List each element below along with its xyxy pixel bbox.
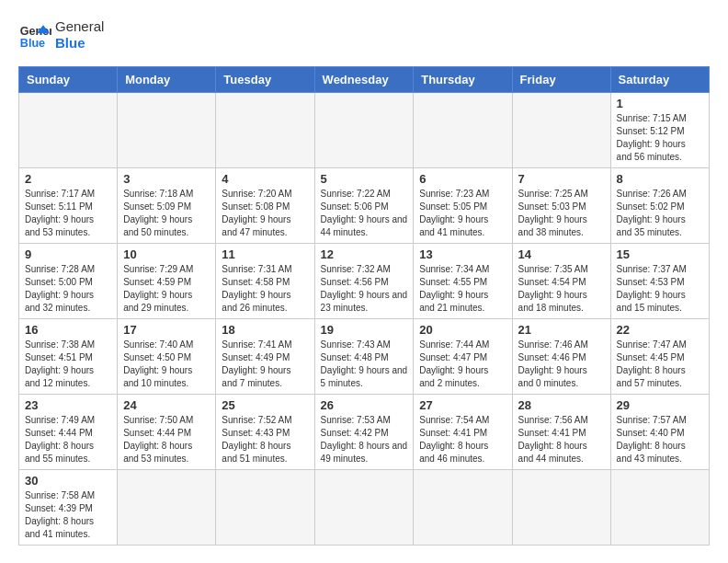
calendar-cell bbox=[216, 93, 314, 168]
calendar-week-row: 2Sunrise: 7:17 AM Sunset: 5:11 PM Daylig… bbox=[19, 168, 710, 244]
calendar-cell: 1Sunrise: 7:15 AM Sunset: 5:12 PM Daylig… bbox=[610, 93, 709, 168]
day-info: Sunrise: 7:57 AM Sunset: 4:40 PM Dayligh… bbox=[617, 414, 703, 465]
day-number: 24 bbox=[123, 398, 210, 412]
calendar-cell: 13Sunrise: 7:34 AM Sunset: 4:55 PM Dayli… bbox=[414, 244, 512, 319]
day-number: 4 bbox=[222, 172, 308, 186]
day-number: 11 bbox=[222, 247, 308, 261]
weekday-header-sunday: Sunday bbox=[19, 67, 118, 93]
calendar-cell: 24Sunrise: 7:50 AM Sunset: 4:44 PM Dayli… bbox=[118, 395, 216, 470]
day-info: Sunrise: 7:15 AM Sunset: 5:12 PM Dayligh… bbox=[617, 112, 703, 164]
svg-text:Blue: Blue bbox=[20, 37, 45, 50]
day-number: 19 bbox=[321, 323, 408, 337]
day-number: 20 bbox=[419, 323, 506, 337]
day-number: 5 bbox=[321, 172, 408, 186]
day-info: Sunrise: 7:20 AM Sunset: 5:08 PM Dayligh… bbox=[222, 188, 308, 239]
day-number: 30 bbox=[25, 474, 111, 488]
day-number: 15 bbox=[617, 247, 703, 261]
calendar-cell: 26Sunrise: 7:53 AM Sunset: 4:42 PM Dayli… bbox=[314, 395, 414, 470]
calendar-cell: 22Sunrise: 7:47 AM Sunset: 4:45 PM Dayli… bbox=[610, 319, 709, 395]
weekday-header-thursday: Thursday bbox=[414, 67, 512, 93]
calendar-cell: 25Sunrise: 7:52 AM Sunset: 4:43 PM Dayli… bbox=[216, 395, 314, 470]
calendar-cell: 17Sunrise: 7:40 AM Sunset: 4:50 PM Dayli… bbox=[118, 319, 216, 395]
calendar-cell: 21Sunrise: 7:46 AM Sunset: 4:46 PM Dayli… bbox=[512, 319, 610, 395]
calendar-cell bbox=[19, 93, 118, 168]
calendar-cell bbox=[414, 93, 512, 168]
weekday-header-tuesday: Tuesday bbox=[216, 67, 314, 93]
calendar-cell bbox=[314, 93, 414, 168]
calendar-cell bbox=[314, 470, 414, 546]
calendar-cell: 9Sunrise: 7:28 AM Sunset: 5:00 PM Daylig… bbox=[19, 244, 118, 319]
calendar-cell: 7Sunrise: 7:25 AM Sunset: 5:03 PM Daylig… bbox=[512, 168, 610, 244]
day-number: 17 bbox=[123, 323, 210, 337]
calendar-week-row: 1Sunrise: 7:15 AM Sunset: 5:12 PM Daylig… bbox=[19, 93, 710, 168]
day-number: 6 bbox=[419, 172, 506, 186]
day-info: Sunrise: 7:43 AM Sunset: 4:48 PM Dayligh… bbox=[321, 339, 408, 390]
calendar-cell: 18Sunrise: 7:41 AM Sunset: 4:49 PM Dayli… bbox=[216, 319, 314, 395]
calendar-cell bbox=[610, 470, 709, 546]
calendar-week-row: 9Sunrise: 7:28 AM Sunset: 5:00 PM Daylig… bbox=[19, 244, 710, 319]
day-number: 10 bbox=[123, 247, 210, 261]
day-info: Sunrise: 7:53 AM Sunset: 4:42 PM Dayligh… bbox=[321, 414, 408, 465]
weekday-header-wednesday: Wednesday bbox=[314, 67, 414, 93]
weekday-header-monday: Monday bbox=[118, 67, 216, 93]
day-info: Sunrise: 7:26 AM Sunset: 5:02 PM Dayligh… bbox=[617, 188, 703, 239]
calendar-week-row: 23Sunrise: 7:49 AM Sunset: 4:44 PM Dayli… bbox=[19, 395, 710, 470]
calendar-cell: 29Sunrise: 7:57 AM Sunset: 4:40 PM Dayli… bbox=[610, 395, 709, 470]
calendar-cell bbox=[414, 470, 512, 546]
day-info: Sunrise: 7:28 AM Sunset: 5:00 PM Dayligh… bbox=[25, 263, 111, 315]
calendar-cell bbox=[216, 470, 314, 546]
day-number: 23 bbox=[25, 398, 111, 412]
day-number: 22 bbox=[617, 323, 703, 337]
day-info: Sunrise: 7:25 AM Sunset: 5:03 PM Dayligh… bbox=[518, 188, 605, 239]
calendar-cell bbox=[512, 93, 610, 168]
logo-icon: General Blue bbox=[18, 18, 51, 52]
logo-blue: Blue bbox=[55, 35, 104, 52]
day-info: Sunrise: 7:52 AM Sunset: 4:43 PM Dayligh… bbox=[222, 414, 308, 465]
day-number: 27 bbox=[419, 398, 506, 412]
day-number: 21 bbox=[518, 323, 605, 337]
calendar-cell bbox=[512, 470, 610, 546]
calendar-week-row: 16Sunrise: 7:38 AM Sunset: 4:51 PM Dayli… bbox=[19, 319, 710, 395]
calendar-cell: 4Sunrise: 7:20 AM Sunset: 5:08 PM Daylig… bbox=[216, 168, 314, 244]
day-info: Sunrise: 7:40 AM Sunset: 4:50 PM Dayligh… bbox=[123, 339, 210, 390]
calendar-cell: 19Sunrise: 7:43 AM Sunset: 4:48 PM Dayli… bbox=[314, 319, 414, 395]
calendar-cell: 10Sunrise: 7:29 AM Sunset: 4:59 PM Dayli… bbox=[118, 244, 216, 319]
day-info: Sunrise: 7:34 AM Sunset: 4:55 PM Dayligh… bbox=[419, 263, 506, 315]
day-info: Sunrise: 7:32 AM Sunset: 4:56 PM Dayligh… bbox=[321, 263, 408, 315]
day-number: 16 bbox=[25, 323, 111, 337]
calendar-cell: 20Sunrise: 7:44 AM Sunset: 4:47 PM Dayli… bbox=[414, 319, 512, 395]
day-number: 18 bbox=[222, 323, 308, 337]
calendar-cell: 16Sunrise: 7:38 AM Sunset: 4:51 PM Dayli… bbox=[19, 319, 118, 395]
day-number: 2 bbox=[25, 172, 111, 186]
day-info: Sunrise: 7:38 AM Sunset: 4:51 PM Dayligh… bbox=[25, 339, 111, 390]
day-info: Sunrise: 7:18 AM Sunset: 5:09 PM Dayligh… bbox=[123, 188, 210, 239]
day-number: 29 bbox=[617, 398, 703, 412]
calendar-table: SundayMondayTuesdayWednesdayThursdayFrid… bbox=[18, 66, 710, 546]
calendar-cell: 8Sunrise: 7:26 AM Sunset: 5:02 PM Daylig… bbox=[610, 168, 709, 244]
day-number: 8 bbox=[617, 172, 703, 186]
day-number: 13 bbox=[419, 247, 506, 261]
calendar-cell: 27Sunrise: 7:54 AM Sunset: 4:41 PM Dayli… bbox=[414, 395, 512, 470]
calendar-cell: 23Sunrise: 7:49 AM Sunset: 4:44 PM Dayli… bbox=[19, 395, 118, 470]
day-info: Sunrise: 7:41 AM Sunset: 4:49 PM Dayligh… bbox=[222, 339, 308, 390]
day-info: Sunrise: 7:44 AM Sunset: 4:47 PM Dayligh… bbox=[419, 339, 506, 390]
logo-general: General bbox=[55, 18, 104, 35]
day-number: 9 bbox=[25, 247, 111, 261]
day-info: Sunrise: 7:31 AM Sunset: 4:58 PM Dayligh… bbox=[222, 263, 308, 315]
day-number: 28 bbox=[518, 398, 605, 412]
calendar-cell: 3Sunrise: 7:18 AM Sunset: 5:09 PM Daylig… bbox=[118, 168, 216, 244]
day-info: Sunrise: 7:37 AM Sunset: 4:53 PM Dayligh… bbox=[617, 263, 703, 315]
day-number: 7 bbox=[518, 172, 605, 186]
weekday-header-saturday: Saturday bbox=[610, 67, 709, 93]
day-info: Sunrise: 7:17 AM Sunset: 5:11 PM Dayligh… bbox=[25, 188, 111, 239]
calendar-cell: 5Sunrise: 7:22 AM Sunset: 5:06 PM Daylig… bbox=[314, 168, 414, 244]
day-info: Sunrise: 7:56 AM Sunset: 4:41 PM Dayligh… bbox=[518, 414, 605, 465]
day-info: Sunrise: 7:23 AM Sunset: 5:05 PM Dayligh… bbox=[419, 188, 506, 239]
calendar-cell: 15Sunrise: 7:37 AM Sunset: 4:53 PM Dayli… bbox=[610, 244, 709, 319]
calendar-cell: 6Sunrise: 7:23 AM Sunset: 5:05 PM Daylig… bbox=[414, 168, 512, 244]
day-info: Sunrise: 7:22 AM Sunset: 5:06 PM Dayligh… bbox=[321, 188, 408, 239]
calendar-cell: 2Sunrise: 7:17 AM Sunset: 5:11 PM Daylig… bbox=[19, 168, 118, 244]
day-number: 3 bbox=[123, 172, 210, 186]
day-info: Sunrise: 7:35 AM Sunset: 4:54 PM Dayligh… bbox=[518, 263, 605, 315]
logo: General Blue General Blue bbox=[18, 18, 104, 52]
